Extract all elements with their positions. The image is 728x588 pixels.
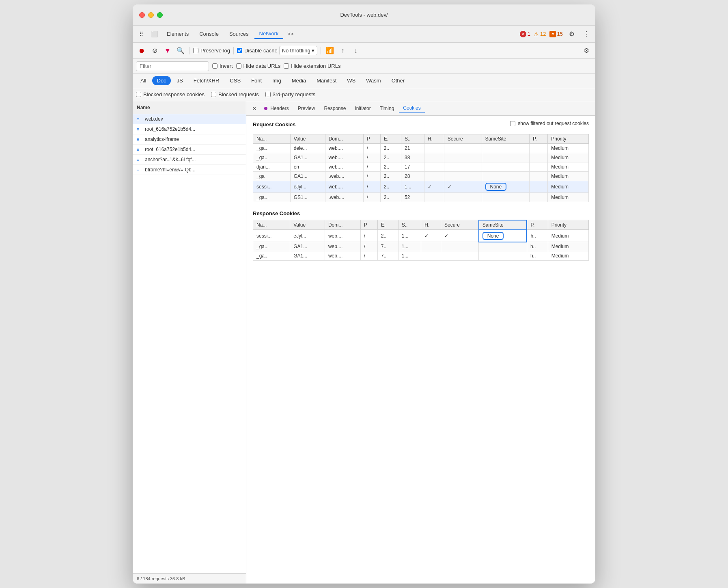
minimize-button[interactable] [148, 12, 154, 18]
preserve-log-checkbox[interactable] [193, 48, 198, 53]
type-fetch-xhr[interactable]: Fetch/XHR [189, 76, 224, 85]
blocked-cookies-label[interactable]: Blocked response cookies [136, 91, 205, 97]
table-row[interactable]: sessi... eJyl... web.... / 2.. 1... ✓ ✓ … [253, 230, 589, 242]
table-row[interactable]: _ga... GA1... web.... / 7.. 1... h.. Med… [253, 251, 589, 261]
tab-elements[interactable]: Elements [162, 29, 194, 39]
invert-checkbox[interactable] [212, 63, 218, 69]
third-party-label[interactable]: 3rd-party requests [265, 91, 316, 97]
blocked-cookies-checkbox[interactable] [136, 92, 141, 97]
more-options-icon[interactable]: ⋮ [581, 28, 592, 40]
type-ws[interactable]: WS [342, 76, 360, 85]
table-row[interactable]: _ga... dele... web.... / 2.. 21 Medium [253, 143, 589, 153]
type-js[interactable]: JS [172, 76, 187, 85]
sidebar-item-4[interactable]: ≡ anchor?ar=1&k=6Lfqf... [133, 155, 246, 165]
network-settings-icon[interactable]: ⚙ [581, 45, 592, 56]
filter-input[interactable] [136, 61, 209, 71]
tab-console[interactable]: Console [194, 29, 224, 39]
sidebar-item-name-3: root_616a752e1b5d4... [145, 147, 195, 152]
table-row[interactable]: djan... en web.... / 2.. 17 Medium [253, 162, 589, 171]
show-filtered-checkbox[interactable] [510, 121, 515, 126]
main-content: Name ≡ web.dev ≡ root_616a752e1b5d4... ≡… [133, 101, 595, 584]
settings-gear-icon[interactable]: ⚙ [566, 28, 577, 40]
doc-icon-5: ≡ [137, 167, 142, 172]
disable-cache-label[interactable]: Disable cache [237, 48, 278, 54]
hide-data-urls-checkbox[interactable] [236, 63, 241, 69]
table-row[interactable]: _ga GA1... .web.... / 2.. 28 Medium [253, 171, 589, 181]
type-img[interactable]: Img [268, 76, 286, 85]
wifi-icon[interactable]: 📶 [324, 45, 336, 56]
cell-priority-abbr: h.. [527, 230, 548, 242]
type-all[interactable]: All [136, 76, 151, 85]
cell-domain: web.... [325, 143, 363, 153]
divider-2 [233, 47, 234, 54]
search-button[interactable]: 🔍 [175, 45, 186, 56]
sidebar-item-5[interactable]: ≡ bframe?hl=en&v=-Qb... [133, 165, 246, 175]
cell-size: 21 [401, 143, 424, 153]
detail-tab-preview[interactable]: Preview [294, 104, 319, 113]
divider-3 [321, 47, 321, 54]
type-font[interactable]: Font [247, 76, 266, 85]
sidebar-item-1[interactable]: ≡ root_616a752e1b5d4... [133, 124, 246, 134]
throttle-select[interactable]: No throttling ▾ [279, 46, 317, 55]
record-button[interactable]: ⏺ [136, 45, 147, 56]
detail-tab-cookies[interactable]: Cookies [399, 104, 424, 113]
none-badge: None [485, 183, 507, 191]
table-row[interactable]: _ga... GA1... web.... / 2.. 38 Medium [253, 153, 589, 162]
cell-priority-abbr: h.. [527, 242, 548, 251]
preserve-log-label[interactable]: Preserve log [193, 48, 230, 54]
detail-tab-headers[interactable]: Headers [260, 104, 293, 113]
show-filtered-label[interactable]: show filtered out request cookies [510, 121, 589, 126]
none-badge-response: None [482, 232, 504, 240]
disable-cache-checkbox[interactable] [237, 48, 242, 53]
hide-data-urls-label[interactable]: Hide data URLs [236, 63, 281, 69]
invert-label[interactable]: Invert [212, 63, 233, 69]
detail-tab-initiator[interactable]: Initiator [351, 104, 375, 113]
type-doc[interactable]: Doc [152, 76, 170, 85]
throttle-text: No throttling [282, 48, 310, 54]
third-party-checkbox[interactable] [265, 92, 271, 97]
hide-ext-urls-checkbox[interactable] [284, 63, 289, 69]
clear-button[interactable]: ⊘ [149, 45, 160, 56]
sidebar-list: ≡ web.dev ≡ root_616a752e1b5d4... ≡ anal… [133, 114, 246, 573]
detail-tab-timing[interactable]: Timing [376, 104, 398, 113]
disable-cache-text: Disable cache [244, 48, 278, 54]
detail-content: Request Cookies show filtered out reques… [246, 116, 595, 584]
sidebar-item-0[interactable]: ≡ web.dev [133, 114, 246, 124]
cell-domain: web.... [325, 230, 360, 242]
table-row[interactable]: _ga... GS1... .web.... / 2.. 52 Medium [253, 192, 589, 202]
close-panel-button[interactable]: ✕ [250, 104, 259, 113]
request-cookies-header-row: Na... Value Dom... P E. S.. H. Secure Sa… [253, 134, 589, 143]
cell-samesite [482, 171, 530, 181]
type-manifest[interactable]: Manifest [312, 76, 341, 85]
blocked-requests-checkbox[interactable] [211, 92, 216, 97]
tab-sources[interactable]: Sources [224, 29, 254, 39]
type-other[interactable]: Other [387, 76, 409, 85]
tab-network[interactable]: Network [254, 29, 284, 39]
sidebar-item-2[interactable]: ≡ analytics-iframe [133, 134, 246, 145]
cell-priority-abbr [530, 153, 548, 162]
type-wasm[interactable]: Wasm [362, 76, 385, 85]
upload-icon[interactable]: ↑ [337, 45, 349, 56]
type-media[interactable]: Media [287, 76, 310, 85]
toggle-icon[interactable]: ⬜ [149, 29, 159, 39]
table-row[interactable]: sessi... eJyl... web.... / 2.. 1... ✓ ✓ … [253, 181, 589, 192]
table-row[interactable]: _ga... GA1... web.... / 7.. 1... h.. Med… [253, 242, 589, 251]
detail-tab-response[interactable]: Response [320, 104, 350, 113]
maximize-button[interactable] [157, 12, 163, 18]
hide-ext-urls-label[interactable]: Hide extension URLs [284, 63, 340, 69]
download-icon[interactable]: ↓ [350, 45, 362, 56]
cell-httponly: ✓ [424, 181, 444, 192]
blocked-requests-label[interactable]: Blocked requests [211, 91, 259, 97]
error-count: 1 [528, 31, 530, 37]
error-badge: ✕ 1 [520, 31, 530, 37]
blocked-cookies-text: Blocked response cookies [143, 91, 205, 97]
type-css[interactable]: CSS [225, 76, 245, 85]
tab-more[interactable]: >> [284, 29, 297, 39]
window-title: DevTools - web.dev/ [340, 12, 388, 18]
col-domain: Dom... [325, 134, 363, 143]
sidebar-item-3[interactable]: ≡ root_616a752e1b5d4... [133, 145, 246, 155]
cell-httponly [424, 192, 444, 202]
filter-button[interactable]: ▼ [162, 45, 173, 56]
close-button[interactable] [139, 12, 145, 18]
col-path: P [363, 134, 380, 143]
